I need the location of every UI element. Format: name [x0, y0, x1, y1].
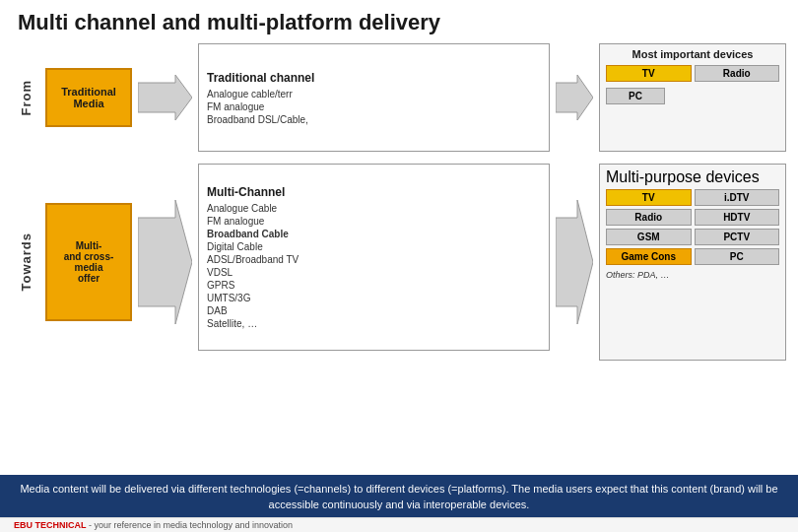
multi-line0: Multi- — [76, 240, 102, 251]
svg-marker-0 — [138, 75, 192, 120]
bot-ch-item-7: UMTS/3G — [207, 293, 541, 303]
page-wrapper: Multi channel and multi-platform deliver… — [0, 0, 798, 532]
bottom-devices-title: Multi-purpose devices — [606, 168, 779, 186]
top-arrow2 — [556, 43, 593, 152]
top-devices-grid: TV Radio — [606, 65, 779, 82]
dev-tv: TV — [606, 65, 692, 82]
main-content: From Traditional Media Traditional chann… — [0, 41, 798, 475]
bot-ch-item-8: DAB — [207, 305, 541, 316]
dev2-gsm: GSM — [606, 229, 692, 245]
bottom-arrow — [138, 164, 192, 361]
top-ch-item-0: Analogue cable/terr — [207, 89, 541, 100]
bot-ch-item-9: Satellite, … — [207, 318, 541, 329]
traditional-media-box: Traditional Media — [45, 68, 132, 127]
footer-prefix: EBU TECHNICAL — [14, 520, 87, 530]
bottom-text-content: Media content will be delivered via diff… — [20, 483, 777, 510]
top-row: From Traditional Media Traditional chann… — [12, 43, 786, 152]
title-bar: Multi channel and multi-platform deliver… — [0, 0, 798, 41]
dev2-gamecons: Game Cons — [606, 248, 692, 265]
bot-ch-item-2: Broadband Cable — [207, 229, 541, 239]
top-arrow — [138, 43, 192, 152]
trad-line2: Media — [73, 98, 103, 109]
top-channel-title: Traditional channel — [207, 71, 541, 85]
towards-label: Towards — [12, 164, 39, 361]
bottom-channel-title: Multi-Channel — [207, 185, 541, 199]
bottom-channel-box: Multi-Channel Analogue Cable FM analogue… — [198, 164, 550, 351]
top-devices-title: Most important devices — [606, 48, 779, 60]
multi-media-box: Multi- and cross- media offer — [45, 203, 132, 321]
top-ch-item-2: Broadband DSL/Cable, — [207, 114, 541, 125]
top-devices-panel: Most important devices TV Radio PC — [599, 43, 786, 152]
bottom-arrow2 — [556, 164, 593, 361]
dev2-pc: PC — [695, 248, 780, 265]
bottom-devices-grid: TV i.DTV Radio HDTV GSM PCTV Game Cons P… — [606, 189, 779, 265]
dev-others: Others: PDA, … — [606, 270, 779, 280]
top-ch-item-1: FM analogue — [207, 101, 541, 112]
multi-line2: media — [75, 262, 103, 273]
dev2-hdtv: HDTV — [695, 209, 780, 226]
multi-media-container: Multi- and cross- media offer — [45, 164, 132, 361]
footer-suffix: - your reference in media technology and… — [87, 520, 294, 530]
dev-pc: PC — [606, 88, 665, 104]
bot-ch-item-6: GPRS — [207, 280, 541, 291]
bot-ch-item-0: Analogue Cable — [207, 203, 541, 214]
trad-media-container: Traditional Media — [45, 43, 132, 152]
multi-line1: and cross- — [64, 251, 114, 262]
dev-radio: Radio — [695, 65, 780, 82]
dev2-idtv: i.DTV — [695, 189, 780, 206]
svg-marker-1 — [556, 75, 593, 120]
page-title: Multi channel and multi-platform deliver… — [18, 10, 780, 35]
trad-line1: Traditional — [61, 86, 116, 98]
dev2-tv: TV — [606, 189, 692, 206]
bottom-devices-panel: Multi-purpose devices TV i.DTV Radio HDT… — [599, 164, 786, 361]
bottom-text-bar: Media content will be delivered via diff… — [0, 475, 798, 517]
bot-ch-item-4: ADSL/Broadband TV — [207, 254, 541, 265]
dev2-radio: Radio — [606, 209, 692, 226]
bot-ch-item-3: Digital Cable — [207, 241, 541, 252]
svg-marker-3 — [556, 200, 593, 324]
bot-ch-item-1: FM analogue — [207, 216, 541, 227]
dev2-pctv: PCTV — [695, 229, 780, 245]
top-channel-box: Traditional channel Analogue cable/terr … — [198, 43, 550, 152]
bot-ch-item-5: VDSL — [207, 267, 541, 278]
multi-line3: offer — [78, 273, 100, 284]
from-label: From — [12, 43, 39, 152]
bottom-row: Towards Multi- and cross- media offer M — [12, 164, 786, 361]
footer-note: EBU TECHNICAL - your reference in media … — [0, 517, 798, 532]
svg-marker-2 — [138, 200, 192, 324]
